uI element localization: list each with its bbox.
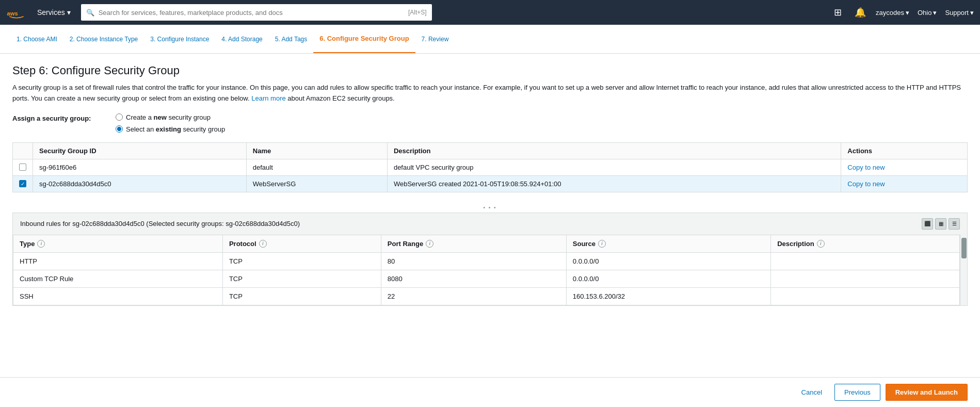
col-actions: Actions bbox=[841, 142, 968, 159]
col-checkbox bbox=[13, 142, 33, 159]
col-protocol: Protocol i bbox=[222, 235, 381, 252]
port-info-icon[interactable]: i bbox=[426, 240, 433, 248]
sg-row-2-description: WebServerSG created 2021-01-05T19:08:55.… bbox=[387, 175, 841, 192]
inbound-rules-table: Type i Protocol i bbox=[13, 235, 960, 305]
review-launch-button[interactable]: Review and Launch bbox=[886, 384, 968, 401]
protocol-info-icon[interactable]: i bbox=[259, 240, 267, 248]
console-icon[interactable]: ⊞ bbox=[830, 5, 845, 20]
support-menu[interactable]: Support ▾ bbox=[945, 9, 974, 17]
cancel-button[interactable]: Cancel bbox=[794, 384, 829, 400]
col-inbound-description: Description i bbox=[771, 235, 960, 252]
col-type: Type i bbox=[13, 235, 223, 252]
search-input[interactable] bbox=[99, 9, 408, 17]
wizard-nav: 1. Choose AMI 2. Choose Instance Type 3.… bbox=[0, 25, 980, 54]
sg-row-1-id: sg-961f60e6 bbox=[33, 159, 247, 175]
radio-select-existing[interactable]: Select an existing security group bbox=[116, 125, 225, 133]
table-row: SSH TCP 22 160.153.6.200/32 bbox=[13, 287, 960, 305]
region-name: Ohio bbox=[918, 9, 931, 17]
inbound-row-1-source: 0.0.0.0/0 bbox=[566, 252, 770, 270]
wizard-step-6: 6. Configure Security Group bbox=[313, 25, 415, 53]
support-label: Support bbox=[945, 9, 969, 17]
security-group-table: Security Group ID Name Description Actio… bbox=[12, 142, 968, 192]
region-chevron-icon: ▾ bbox=[933, 9, 937, 17]
table-row[interactable]: sg-02c688dda30d4d5c0 WebServerSG WebServ… bbox=[13, 175, 968, 192]
assign-label: Assign a security group: bbox=[12, 113, 116, 122]
type-info-icon[interactable]: i bbox=[37, 240, 45, 248]
support-chevron-icon: ▾ bbox=[970, 9, 974, 17]
page-description: A security group is a set of firewall ru… bbox=[12, 83, 968, 104]
col-sg-id: Security Group ID bbox=[33, 142, 247, 159]
aws-logo[interactable]: aws bbox=[6, 5, 27, 20]
inbound-row-2-description bbox=[771, 270, 960, 287]
inbound-row-1-type: HTTP bbox=[13, 252, 223, 270]
wizard-step-7[interactable]: 7. Review bbox=[415, 25, 455, 53]
sg-row-2-copy-to-new[interactable]: Copy to new bbox=[841, 175, 968, 192]
table-row[interactable]: sg-961f60e6 default default VPC security… bbox=[13, 159, 968, 175]
col-description: Description bbox=[387, 142, 841, 159]
user-name: zaycodes bbox=[876, 9, 904, 17]
inbound-rules-header: Inbound rules for sg-02c688dda30d4d5c0 (… bbox=[12, 213, 968, 235]
wizard-step-4[interactable]: 4. Add Storage bbox=[215, 25, 268, 53]
region-menu[interactable]: Ohio ▾ bbox=[918, 9, 937, 17]
bell-icon[interactable]: 🔔 bbox=[853, 5, 867, 20]
inbound-row-2-type: Custom TCP Rule bbox=[13, 270, 223, 287]
inbound-row-3-source: 160.153.6.200/32 bbox=[566, 287, 770, 305]
search-icon: 🔍 bbox=[86, 9, 94, 17]
services-label: Services bbox=[37, 8, 65, 17]
view-icon-1[interactable]: ⬛ bbox=[922, 218, 933, 230]
sg-row-1-checkbox[interactable] bbox=[13, 159, 33, 175]
inbound-row-3-type: SSH bbox=[13, 287, 223, 305]
checked-checkbox-icon bbox=[19, 180, 26, 187]
wizard-step-2[interactable]: 2. Choose Instance Type bbox=[63, 25, 144, 53]
previous-button[interactable]: Previous bbox=[834, 384, 880, 401]
source-info-icon[interactable]: i bbox=[598, 240, 606, 248]
search-bar: 🔍 [Alt+S] bbox=[81, 4, 432, 21]
drag-handle[interactable]: • • • bbox=[12, 203, 968, 213]
wizard-step-5[interactable]: 5. Add Tags bbox=[269, 25, 314, 53]
inbound-rules-section: Inbound rules for sg-02c688dda30d4d5c0 (… bbox=[12, 213, 968, 306]
inbound-row-1-protocol: TCP bbox=[222, 252, 381, 270]
empty-checkbox-icon bbox=[19, 164, 26, 171]
sg-row-2-checkbox[interactable] bbox=[13, 175, 33, 192]
inbound-row-1-description bbox=[771, 252, 960, 270]
inbound-row-1-port: 80 bbox=[381, 252, 566, 270]
learn-more-link[interactable]: Learn more bbox=[251, 94, 285, 102]
radio-create-new[interactable]: Create a new security group bbox=[116, 113, 225, 121]
inbound-row-2-protocol: TCP bbox=[222, 270, 381, 287]
inbound-row-3-port: 22 bbox=[381, 287, 566, 305]
sg-row-1-name: default bbox=[246, 159, 387, 175]
user-chevron-icon: ▾ bbox=[906, 9, 909, 17]
top-nav: aws Services ▾ 🔍 [Alt+S] ⊞ 🔔 zaycodes ▾ … bbox=[0, 0, 980, 25]
assign-group-section: Assign a security group: Create a new se… bbox=[12, 113, 968, 133]
radio-create-input[interactable] bbox=[116, 113, 123, 121]
nav-right: ⊞ 🔔 zaycodes ▾ Ohio ▾ Support ▾ bbox=[830, 5, 974, 20]
inbound-row-2-port: 8080 bbox=[381, 270, 566, 287]
sg-row-1-description: default VPC security group bbox=[387, 159, 841, 175]
col-port-range: Port Range i bbox=[381, 235, 566, 252]
description-info-icon[interactable]: i bbox=[817, 240, 825, 248]
footer: Cancel Previous Review and Launch bbox=[0, 377, 980, 407]
search-shortcut: [Alt+S] bbox=[408, 9, 427, 16]
inbound-rules-icons: ⬛ ▦ ☰ bbox=[922, 218, 960, 230]
radio-options: Create a new security group Select an ex… bbox=[116, 113, 225, 133]
inbound-rules-title: Inbound rules for sg-02c688dda30d4d5c0 (… bbox=[20, 220, 300, 227]
sg-row-1-copy-to-new[interactable]: Copy to new bbox=[841, 159, 968, 175]
view-icon-3[interactable]: ☰ bbox=[949, 218, 960, 230]
sg-row-2-id: sg-02c688dda30d4d5c0 bbox=[33, 175, 247, 192]
table-row: HTTP TCP 80 0.0.0.0/0 bbox=[13, 252, 960, 270]
scroll-bar[interactable] bbox=[961, 238, 967, 258]
view-icon-2[interactable]: ▦ bbox=[935, 218, 946, 230]
col-source: Source i bbox=[566, 235, 770, 252]
wizard-step-1[interactable]: 1. Choose AMI bbox=[10, 25, 63, 53]
table-row: Custom TCP Rule TCP 8080 0.0.0.0/0 bbox=[13, 270, 960, 287]
services-chevron-icon: ▾ bbox=[67, 8, 71, 17]
inbound-row-3-description bbox=[771, 287, 960, 305]
services-menu[interactable]: Services ▾ bbox=[33, 6, 75, 19]
wizard-step-3[interactable]: 3. Configure Instance bbox=[144, 25, 215, 53]
main-content: Step 6: Configure Security Group A secur… bbox=[0, 54, 980, 407]
user-menu[interactable]: zaycodes ▾ bbox=[876, 9, 909, 17]
page-title: Step 6: Configure Security Group bbox=[12, 64, 968, 77]
col-name: Name bbox=[246, 142, 387, 159]
radio-select-input[interactable] bbox=[116, 125, 123, 133]
inbound-row-3-protocol: TCP bbox=[222, 287, 381, 305]
